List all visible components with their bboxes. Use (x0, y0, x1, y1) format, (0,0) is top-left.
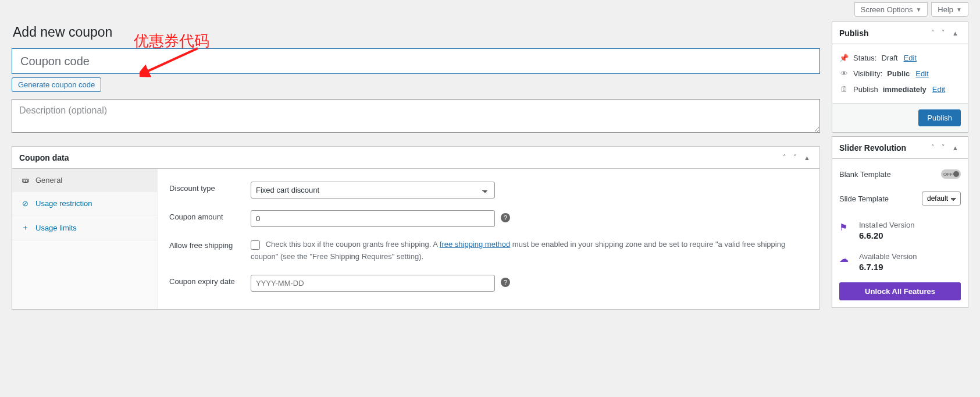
coupon-amount-label: Coupon amount (169, 210, 251, 221)
status-label: Status: (853, 54, 876, 62)
page-title: Add new coupon (13, 24, 820, 40)
toggle-panel-button[interactable]: ▲ (950, 28, 961, 38)
free-shipping-method-link[interactable]: free shipping method (440, 240, 510, 249)
visibility-label: Visibility: (853, 69, 882, 78)
schedule-label: Publish (853, 85, 878, 94)
slide-template-select[interactable]: default (922, 192, 961, 205)
move-down-button[interactable]: ˅ (939, 143, 947, 153)
generate-coupon-code-button[interactable]: Generate coupon code (12, 77, 101, 92)
toggle-panel-button[interactable]: ▲ (801, 153, 812, 162)
status-value: Draft (881, 54, 897, 62)
slide-template-label: Slide Template (839, 194, 889, 203)
discount-type-label: Discount type (169, 182, 251, 193)
coupon-description-textarea[interactable] (12, 99, 820, 133)
available-version-value: 6.7.19 (859, 262, 917, 272)
blank-template-label: Blank Template (839, 170, 891, 179)
coupon-code-input[interactable] (12, 48, 820, 74)
free-shipping-label: Allow free shipping (169, 239, 251, 250)
move-up-button[interactable]: ˄ (929, 28, 937, 38)
unlock-features-button[interactable]: Unlock All Features (839, 282, 961, 300)
free-shipping-checkbox[interactable] (251, 240, 260, 250)
toggle-panel-button[interactable]: ▲ (950, 143, 961, 153)
free-shipping-text-before: Check this box if the coupon grants free… (266, 240, 440, 249)
tab-general[interactable]: 🎟 General (12, 169, 157, 192)
tab-usage-restriction-label: Usage restriction (35, 199, 92, 208)
publish-box: Publish ˄ ˅ ▲ 📌 Status: Draft Edit 👁 Vis… (832, 22, 968, 133)
visibility-value: Public (887, 69, 910, 78)
edit-status-link[interactable]: Edit (904, 54, 917, 62)
available-version-label: Available Version (859, 252, 917, 261)
screen-options-button[interactable]: Screen Options ▼ (854, 2, 928, 17)
pin-icon: 📌 (839, 54, 849, 62)
chevron-down-icon: ▼ (915, 6, 921, 13)
slider-revolution-box: Slider Revolution ˄ ˅ ▲ Blank Template O… (832, 136, 968, 308)
tab-general-label: General (35, 176, 62, 185)
help-label: Help (938, 5, 953, 14)
chevron-down-icon: ▼ (956, 6, 962, 13)
cloud-download-icon: ☁ (839, 253, 851, 264)
installed-version-value: 6.6.20 (859, 231, 914, 240)
installed-version-label: Installed Version (859, 221, 914, 229)
help-icon[interactable]: ? (501, 278, 510, 287)
flag-icon: ⚑ (839, 222, 851, 233)
block-icon: ⊘ (20, 199, 30, 208)
help-icon[interactable]: ? (501, 213, 510, 222)
move-down-button[interactable]: ˅ (791, 153, 799, 162)
discount-type-select[interactable]: Fixed cart discount (251, 182, 495, 198)
expiry-label: Coupon expiry date (169, 275, 251, 286)
help-button[interactable]: Help ▼ (931, 2, 968, 17)
publish-button[interactable]: Publish (918, 109, 961, 126)
coupon-amount-input[interactable] (251, 210, 495, 227)
edit-visibility-link[interactable]: Edit (915, 69, 928, 78)
coupon-data-title: Coupon data (19, 153, 69, 162)
move-up-button[interactable]: ˄ (929, 143, 937, 153)
coupon-data-box: Coupon data ˄ ˅ ▲ 🎟 General ⊘ Usage rest… (12, 146, 820, 310)
screen-options-label: Screen Options (861, 5, 913, 14)
schedule-value: immediately (883, 85, 926, 94)
coupon-expiry-input[interactable] (251, 275, 495, 292)
tab-usage-limits-label: Usage limits (35, 224, 77, 232)
plus-icon: ＋ (20, 222, 30, 233)
ticket-icon: 🎟 (20, 176, 30, 185)
blank-template-toggle[interactable]: OFF (941, 169, 961, 179)
slider-title: Slider Revolution (839, 143, 906, 153)
move-up-button[interactable]: ˄ (781, 153, 789, 162)
move-down-button[interactable]: ˅ (939, 28, 947, 38)
calendar-icon: 🗓 (839, 85, 849, 94)
publish-title: Publish (839, 29, 869, 38)
tab-usage-limits[interactable]: ＋ Usage limits (12, 215, 157, 240)
edit-schedule-link[interactable]: Edit (932, 85, 945, 94)
eye-icon: 👁 (839, 69, 849, 78)
tab-usage-restriction[interactable]: ⊘ Usage restriction (12, 192, 157, 215)
